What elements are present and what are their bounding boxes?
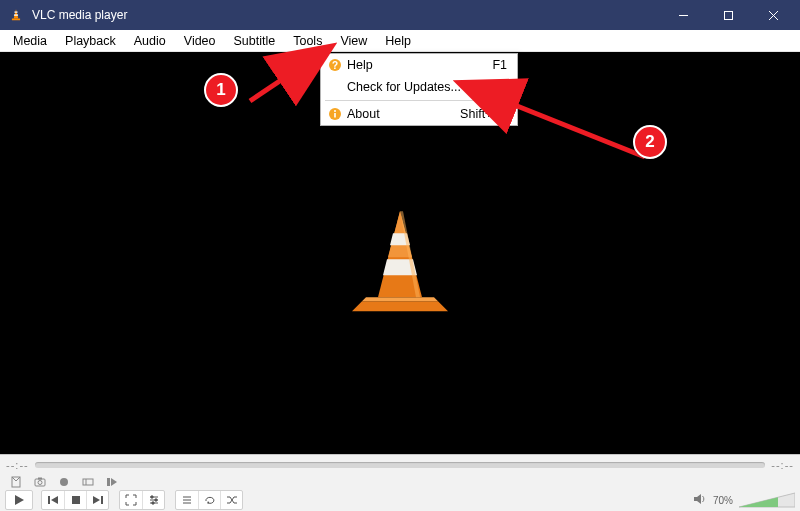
- fullscreen-button[interactable]: [120, 491, 142, 509]
- volume-area: 70%: [693, 491, 795, 509]
- snapshot-icon[interactable]: [29, 473, 51, 491]
- control-bar: --:-- --:--: [0, 454, 800, 511]
- menu-separator: [325, 100, 513, 101]
- svg-rect-5: [725, 11, 733, 19]
- svg-text:?: ?: [332, 60, 338, 71]
- bookmark-icon[interactable]: [5, 473, 27, 491]
- close-button[interactable]: [751, 0, 796, 30]
- help-menu-shortcut: F1: [492, 58, 507, 72]
- seek-slider[interactable]: [35, 462, 766, 468]
- maximize-button[interactable]: [706, 0, 751, 30]
- svg-marker-24: [15, 495, 24, 505]
- play-button[interactable]: [5, 490, 33, 510]
- svg-rect-1: [12, 19, 20, 21]
- view-group: [119, 490, 165, 510]
- svg-marker-8: [352, 301, 448, 311]
- playlist-group: [175, 490, 243, 510]
- svg-rect-3: [14, 14, 18, 15]
- extended-settings-button[interactable]: [142, 491, 164, 509]
- svg-rect-29: [101, 496, 103, 504]
- help-menu-item-about[interactable]: About Shift+F1: [321, 103, 517, 125]
- next-button[interactable]: [86, 491, 108, 509]
- svg-rect-18: [38, 478, 42, 480]
- help-menu-item-help[interactable]: ? Help F1: [321, 54, 517, 76]
- shuffle-button[interactable]: [220, 491, 242, 509]
- help-menu-item-check-updates[interactable]: Check for Updates...: [321, 76, 517, 98]
- window-title: VLC media player: [32, 8, 127, 22]
- primary-button-row: 70%: [0, 491, 800, 509]
- help-dropdown: ? Help F1 Check for Updates... About Shi…: [320, 53, 518, 126]
- svg-marker-28: [93, 496, 100, 504]
- svg-point-33: [150, 496, 152, 498]
- check-updates-label: Check for Updates...: [345, 80, 507, 94]
- svg-rect-25: [48, 496, 50, 504]
- volume-percent: 70%: [713, 495, 733, 506]
- menubar: Media Playback Audio Video Subtitle Tool…: [0, 30, 800, 52]
- svg-marker-9: [362, 297, 438, 301]
- svg-point-34: [154, 499, 156, 501]
- menu-tools[interactable]: Tools: [284, 32, 331, 50]
- ab-loop-icon[interactable]: [77, 473, 99, 491]
- svg-rect-46: [334, 113, 336, 118]
- secondary-button-row: [0, 473, 800, 491]
- speaker-icon[interactable]: [693, 491, 707, 509]
- stop-button[interactable]: [64, 491, 86, 509]
- help-menu-label: Help: [345, 58, 492, 72]
- transport-group: [41, 490, 109, 510]
- volume-slider[interactable]: [739, 491, 795, 509]
- svg-rect-20: [83, 479, 93, 485]
- info-icon: [325, 107, 345, 121]
- vlc-logo: [340, 197, 460, 321]
- svg-rect-27: [72, 496, 80, 504]
- svg-point-47: [334, 110, 336, 112]
- titlebar: VLC media player: [0, 0, 800, 30]
- vlc-cone-icon: [8, 7, 24, 23]
- seek-row: --:-- --:--: [0, 455, 800, 473]
- help-icon: ?: [325, 58, 345, 72]
- menu-subtitle[interactable]: Subtitle: [225, 32, 285, 50]
- svg-point-19: [60, 478, 68, 486]
- previous-button[interactable]: [42, 491, 64, 509]
- menu-view[interactable]: View: [331, 32, 376, 50]
- menu-video[interactable]: Video: [175, 32, 225, 50]
- menu-media[interactable]: Media: [4, 32, 56, 50]
- minimize-button[interactable]: [661, 0, 706, 30]
- menu-playback[interactable]: Playback: [56, 32, 125, 50]
- svg-marker-0: [14, 9, 19, 18]
- frame-step-icon[interactable]: [101, 473, 123, 491]
- svg-marker-40: [694, 494, 701, 504]
- record-icon[interactable]: [53, 473, 75, 491]
- time-elapsed: --:--: [6, 459, 29, 471]
- svg-marker-23: [111, 478, 117, 486]
- about-label: About: [345, 107, 460, 121]
- svg-rect-22: [107, 478, 110, 486]
- svg-point-35: [151, 502, 153, 504]
- menu-audio[interactable]: Audio: [125, 32, 175, 50]
- playlist-button[interactable]: [176, 491, 198, 509]
- svg-rect-2: [14, 12, 17, 13]
- about-shortcut: Shift+F1: [460, 107, 507, 121]
- svg-marker-26: [51, 496, 58, 504]
- loop-button[interactable]: [198, 491, 220, 509]
- time-total: --:--: [771, 459, 794, 471]
- svg-point-17: [38, 481, 42, 485]
- menu-help[interactable]: Help: [376, 32, 420, 50]
